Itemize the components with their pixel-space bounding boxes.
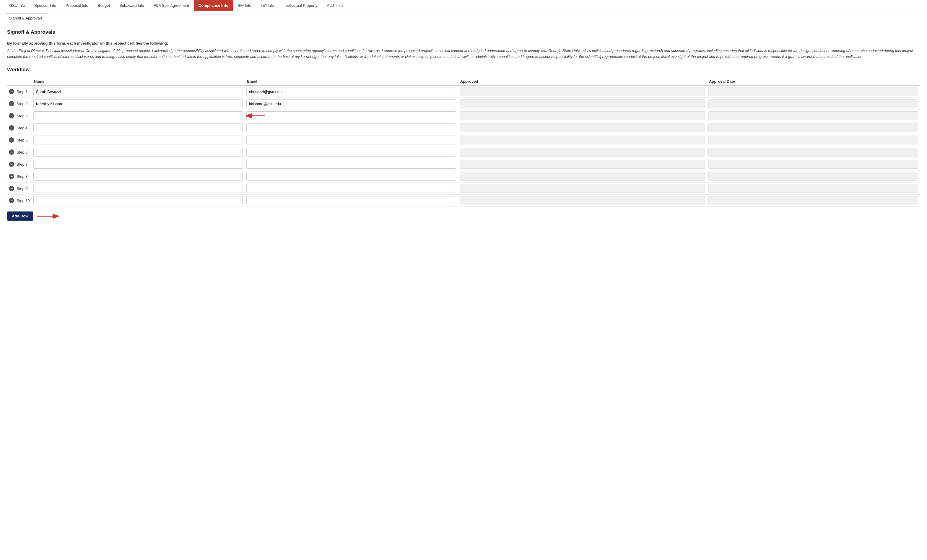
tab-sponsor-info[interactable]: Sponsor Info — [30, 0, 61, 11]
email-cell-2 — [245, 98, 457, 110]
name-input[interactable] — [33, 172, 243, 181]
tab-budget[interactable]: Budget — [93, 0, 114, 11]
remove-row-button[interactable]: − — [9, 198, 14, 203]
table-row: − Step 7 — [7, 158, 920, 170]
certification-text: By formally approving this form, each in… — [7, 41, 920, 60]
approval-date-input — [708, 196, 918, 205]
email-input[interactable] — [246, 99, 456, 108]
approval-date-cell-5 — [707, 134, 920, 146]
remove-row-button[interactable]: − — [9, 137, 14, 143]
col-header-name: Name — [32, 77, 245, 86]
email-cell-3 — [245, 110, 457, 122]
col-header-email: Email — [245, 77, 457, 86]
tab-sfi-info[interactable]: SFI Info — [233, 0, 256, 11]
step-label: Step 5 — [17, 138, 28, 143]
approval-date-input — [708, 184, 918, 193]
name-input[interactable] — [33, 135, 243, 144]
annotation-arrow-addrow-svg — [34, 211, 61, 222]
step-cell-10: − Step 10 — [7, 195, 32, 207]
tab-intellectual-property[interactable]: Intellectual Property — [279, 0, 322, 11]
add-row-container: Add Row — [7, 211, 33, 221]
approval-date-cell-9 — [707, 182, 920, 195]
approved-cell-5 — [458, 134, 707, 146]
approval-date-cell-7 — [707, 158, 920, 170]
step-cell-4: − Step 4 — [7, 122, 32, 134]
sub-navigation: Signoff & Approvals — [0, 11, 927, 23]
top-navigation: GSU Info Sponsor Info Proposal Info Budg… — [0, 0, 927, 11]
tab-compliance-info[interactable]: Compliance Info — [194, 0, 233, 11]
remove-row-button[interactable]: − — [9, 125, 14, 131]
email-input[interactable] — [246, 196, 456, 205]
name-input[interactable] — [33, 111, 243, 120]
add-row-button[interactable]: Add Row — [7, 211, 33, 221]
name-cell-8 — [32, 170, 245, 182]
approved-cell-6 — [458, 146, 707, 158]
approved-input — [460, 196, 705, 205]
name-input[interactable] — [33, 123, 243, 132]
approval-date-input — [708, 123, 918, 132]
step-cell-9: − Step 9 — [7, 182, 32, 195]
email-input[interactable] — [246, 111, 456, 120]
cert-bold-text: By formally approving this form, each in… — [7, 41, 920, 46]
remove-row-button[interactable]: − — [9, 149, 14, 155]
name-input[interactable] — [33, 160, 243, 168]
email-input[interactable] — [246, 135, 456, 144]
tab-fa-split[interactable]: F&A Split Agreement — [149, 0, 193, 11]
approved-cell-8 — [458, 170, 707, 182]
approval-date-cell-8 — [707, 170, 920, 182]
remove-row-button[interactable]: − — [9, 162, 14, 167]
name-input[interactable] — [33, 196, 243, 205]
name-input[interactable] — [33, 99, 243, 108]
tab-subaward-info[interactable]: Subaward Info — [115, 0, 149, 11]
table-row: − Step 3 — [7, 110, 920, 122]
approval-date-cell-10 — [707, 195, 920, 207]
remove-row-button[interactable]: − — [9, 174, 14, 179]
step-label: Step 4 — [17, 126, 28, 130]
name-cell-7 — [32, 158, 245, 170]
email-input[interactable] — [246, 123, 456, 132]
name-input[interactable] — [33, 87, 243, 96]
table-row: − Step 4 — [7, 122, 920, 134]
approved-cell-7 — [458, 158, 707, 170]
email-input[interactable] — [246, 148, 456, 156]
sub-tab-signoff-approvals[interactable]: Signoff & Approvals — [5, 13, 47, 23]
step-label: Step 10 — [17, 199, 30, 203]
col-header-approved: Approved — [458, 77, 707, 86]
name-input[interactable] — [33, 184, 243, 193]
approval-date-input — [708, 111, 918, 120]
email-cell-7 — [245, 158, 457, 170]
approval-date-input — [708, 99, 918, 108]
table-row: − Step 8 — [7, 170, 920, 182]
step-cell-5: − Step 5 — [7, 134, 32, 146]
workflow-table: Name Email Approved Approval Date − Step… — [7, 77, 920, 207]
approved-cell-9 — [458, 182, 707, 195]
approval-date-input — [708, 148, 918, 156]
remove-row-button[interactable]: − — [9, 113, 14, 118]
name-cell-10 — [32, 195, 245, 207]
email-cell-8 — [245, 170, 457, 182]
step-cell-7: − Step 7 — [7, 158, 32, 170]
tab-intl-info[interactable]: Int'l Info — [256, 0, 278, 11]
email-input[interactable] — [246, 184, 456, 193]
step-cell-8: − Step 8 — [7, 170, 32, 182]
approved-input — [460, 99, 705, 108]
tab-addl-info[interactable]: Add'l Info — [322, 0, 347, 11]
step-label: Step 3 — [17, 114, 28, 118]
approved-input — [460, 135, 705, 144]
email-cell-5 — [245, 134, 457, 146]
step-label: Step 7 — [17, 162, 28, 167]
workflow-title: Workflow — [7, 67, 920, 73]
remove-row-button[interactable]: − — [9, 186, 14, 191]
email-input[interactable] — [246, 160, 456, 168]
tab-proposal-info[interactable]: Proposal Info — [61, 0, 93, 11]
name-cell-4 — [32, 122, 245, 134]
name-input[interactable] — [33, 148, 243, 156]
remove-row-button[interactable]: − — [9, 101, 14, 106]
email-input[interactable] — [246, 172, 456, 181]
approved-cell-4 — [458, 122, 707, 134]
remove-row-button[interactable]: − — [9, 89, 14, 94]
email-input[interactable] — [246, 87, 456, 96]
tab-gsu-info[interactable]: GSU Info — [5, 0, 29, 11]
approval-date-cell-1 — [707, 86, 920, 98]
approved-input — [460, 111, 705, 120]
